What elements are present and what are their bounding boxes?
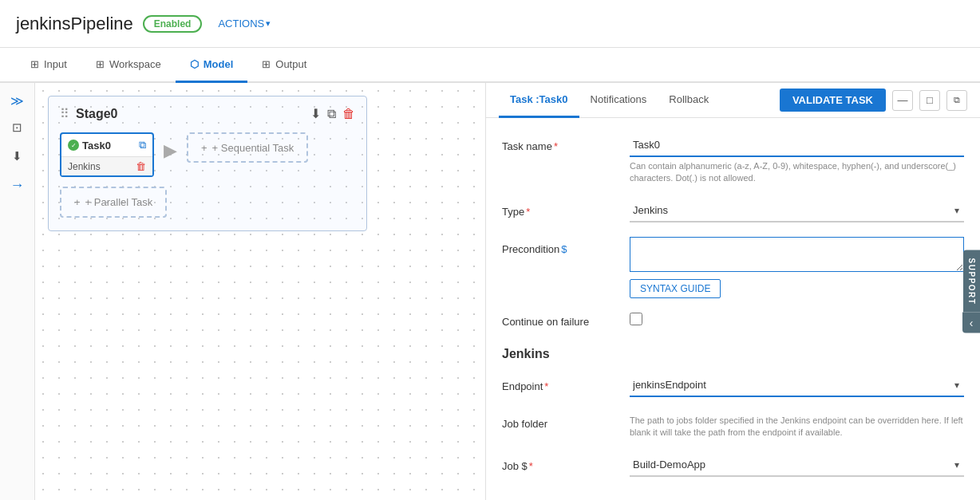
sidebar-icons: ≫ ⊡ ⬇ →: [0, 83, 35, 500]
syntax-guide-button[interactable]: SYNTAX GUIDE: [630, 279, 721, 298]
tab-model[interactable]: ⬡ Model: [176, 48, 248, 83]
model-tab-label: Model: [204, 58, 234, 70]
restore-btn[interactable]: □: [919, 90, 940, 111]
job-select[interactable]: Build-DemoApp Deploy-DemoApp Test-DemoAp…: [630, 454, 964, 477]
type-field: Jenkins Shell Python Ansible ▾: [630, 199, 964, 222]
task-card-tag-text: Jenkins: [68, 161, 101, 172]
precondition-dollar: $: [561, 243, 567, 255]
sidebar-icon-3[interactable]: →: [3, 172, 32, 198]
task-tab-name: Task0: [539, 93, 568, 105]
task-name-hint: Can contain alphanumeric (a-z, A-Z, 0-9)…: [630, 160, 964, 185]
job-row: Job $* Build-DemoApp Deploy-DemoApp Test…: [502, 454, 964, 477]
endpoint-required: *: [544, 380, 548, 392]
actions-chevron-icon: ▾: [266, 18, 271, 29]
canvas: ⠿ Stage0 ⬇ ⧉ 🗑 ✓ Task0 ⧉: [35, 83, 485, 500]
stage-download-icon[interactable]: ⬇: [310, 106, 321, 121]
stage-copy-icon[interactable]: ⧉: [327, 107, 336, 121]
task-card-name: Task0: [82, 140, 111, 152]
job-required: *: [529, 460, 533, 472]
endpoint-row: Endpoint* jenkinsEndpoint jenkins2 jenki…: [502, 374, 964, 397]
main-tabs: ⊞ Input ⊞ Workspace ⬡ Model ⊞ Output: [0, 48, 980, 83]
workspace-tab-label: Workspace: [109, 58, 161, 70]
output-tab-icon: ⊞: [262, 58, 271, 70]
continue-on-failure-label: Continue on failure: [502, 313, 630, 328]
notifications-tab-label: Notifications: [591, 93, 647, 105]
task-name-required: *: [554, 140, 558, 152]
job-folder-hint: The path to jobs folder specified in the…: [630, 411, 964, 439]
sidebar-expand-icon[interactable]: ≫: [3, 89, 32, 112]
jenkins-section-title: Jenkins: [502, 347, 964, 361]
type-required: *: [526, 206, 530, 218]
maximize-btn[interactable]: ⧉: [946, 90, 967, 111]
add-sequential-icon: +: [201, 142, 207, 154]
parallel-task-row: + + Parallel Task: [60, 187, 355, 218]
task-card-delete-btn[interactable]: 🗑: [136, 160, 146, 172]
task-tab-task[interactable]: Task :Task0: [499, 83, 579, 118]
app-title: jenkinsPipeline: [16, 14, 133, 34]
add-sequential-task-btn[interactable]: + + Sequential Task: [187, 132, 308, 163]
endpoint-select[interactable]: jenkinsEndpoint jenkins2 jenkins-prod: [630, 374, 964, 397]
task-card-tag: Jenkins 🗑: [61, 157, 152, 175]
input-tab-label: Input: [44, 58, 67, 70]
precondition-textarea[interactable]: [630, 237, 964, 272]
rollback-tab-label: Rollback: [669, 93, 709, 105]
support-chevron-btn[interactable]: ‹: [962, 313, 980, 333]
task-tab-prefix: Task :: [510, 93, 539, 105]
endpoint-label: Endpoint*: [502, 374, 630, 392]
task-card-copy-btn[interactable]: ⧉: [139, 139, 146, 152]
stage-box: ⠿ Stage0 ⬇ ⧉ 🗑 ✓ Task0 ⧉: [48, 96, 367, 231]
output-tab-label: Output: [275, 58, 306, 70]
add-parallel-icon: +: [74, 196, 81, 208]
job-field: Build-DemoApp Deploy-DemoApp Test-DemoAp…: [630, 454, 964, 477]
support-box[interactable]: SUPPORT: [963, 250, 980, 313]
panel-header-actions: VALIDATE TASK — □ ⧉: [780, 89, 967, 112]
endpoint-field: jenkinsEndpoint jenkins2 jenkins-prod ▾: [630, 374, 964, 397]
task-card-header: ✓ Task0 ⧉: [61, 134, 152, 157]
job-folder-label: Job folder: [502, 411, 630, 430]
continue-on-failure-checkbox[interactable]: [630, 313, 642, 325]
model-tab-icon: ⬡: [190, 58, 199, 70]
right-panel: Task :Task0 Notifications Rollback VALID…: [485, 83, 980, 500]
support-tab[interactable]: SUPPORT ‹: [962, 250, 980, 333]
sidebar-icon-1[interactable]: ⊡: [3, 115, 32, 140]
sidebar-icon-2[interactable]: ⬇: [3, 144, 32, 169]
tab-workspace[interactable]: ⊞ Workspace: [81, 48, 176, 83]
task-check-icon: ✓: [68, 140, 79, 151]
precondition-field: SYNTAX GUIDE: [630, 237, 964, 298]
enabled-badge: Enabled: [143, 15, 203, 33]
job-folder-field: The path to jobs folder specified in the…: [630, 411, 964, 439]
continue-on-failure-row: Continue on failure: [502, 313, 964, 328]
arrow-connector: ▶: [164, 132, 177, 161]
stage-header: ⠿ Stage0 ⬇ ⧉ 🗑: [60, 106, 355, 121]
tasks-row: ✓ Task0 ⧉ Jenkins 🗑 ▶ + + Sequential Ta: [60, 132, 355, 177]
job-label: Job $*: [502, 454, 630, 472]
add-parallel-task-btn[interactable]: + + Parallel Task: [60, 187, 167, 218]
task-tab-notifications[interactable]: Notifications: [579, 83, 658, 118]
type-select[interactable]: Jenkins Shell Python Ansible: [630, 199, 964, 222]
workspace-tab-icon: ⊞: [96, 58, 105, 70]
add-sequential-label: + Sequential Task: [212, 142, 294, 154]
type-label: Type*: [502, 199, 630, 218]
validate-task-button[interactable]: VALIDATE TASK: [780, 89, 886, 112]
minimize-btn[interactable]: —: [892, 90, 913, 111]
task-name-input[interactable]: [630, 134, 964, 157]
type-row: Type* Jenkins Shell Python Ansible ▾: [502, 199, 964, 222]
task-tab-rollback[interactable]: Rollback: [658, 83, 720, 118]
task-card[interactable]: ✓ Task0 ⧉ Jenkins 🗑: [60, 132, 154, 177]
task-panel-body: Task name* Can contain alphanumeric (a-z…: [486, 118, 980, 500]
tab-input[interactable]: ⊞ Input: [16, 48, 81, 83]
task-name-field: Can contain alphanumeric (a-z, A-Z, 0-9)…: [630, 134, 964, 185]
stage-title: Stage0: [76, 107, 304, 121]
precondition-row: Precondition$ SYNTAX GUIDE: [502, 237, 964, 298]
stage-delete-icon[interactable]: 🗑: [342, 107, 355, 121]
main-layout: ≫ ⊡ ⬇ → ⠿ Stage0 ⬇ ⧉ 🗑 ✓: [0, 83, 980, 500]
actions-button[interactable]: ACTIONS ▾: [218, 18, 271, 30]
stage-drag-icon[interactable]: ⠿: [60, 106, 69, 121]
job-folder-row: Job folder The path to jobs folder speci…: [502, 411, 964, 439]
tab-output[interactable]: ⊞ Output: [247, 48, 321, 83]
add-parallel-label: + Parallel Task: [85, 196, 153, 208]
input-tab-icon: ⊞: [30, 58, 39, 70]
header: jenkinsPipeline Enabled ACTIONS ▾: [0, 0, 980, 48]
continue-on-failure-field: [630, 313, 964, 325]
task-name-row: Task name* Can contain alphanumeric (a-z…: [502, 134, 964, 185]
